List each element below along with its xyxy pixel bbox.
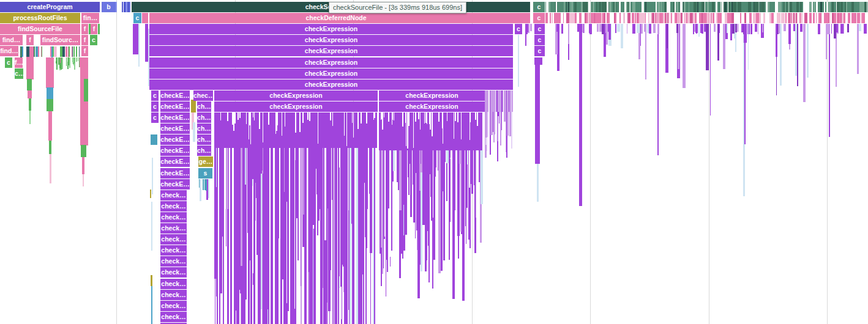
micro-frame[interactable]	[564, 2, 564, 12]
frame-ch[interactable]: ch…	[197, 134, 211, 145]
micro-frame[interactable]	[675, 13, 678, 23]
micro-frame[interactable]	[76, 57, 77, 62]
micro-frame[interactable]	[253, 112, 253, 117]
micro-frame[interactable]	[296, 148, 298, 197]
micro-frame[interactable]	[447, 112, 448, 121]
frame-fragment[interactable]	[98, 24, 100, 34]
micro-frame[interactable]	[749, 13, 752, 23]
micro-frame[interactable]	[408, 112, 410, 126]
micro-frame[interactable]	[744, 24, 747, 43]
micro-frame[interactable]	[716, 2, 717, 12]
micro-frame[interactable]	[710, 24, 711, 116]
micro-frame[interactable]	[232, 112, 233, 125]
micro-frame[interactable]	[723, 24, 726, 69]
micro-frame[interactable]	[73, 46, 74, 57]
frame-fragment[interactable]	[518, 35, 519, 87]
micro-frame[interactable]	[588, 2, 591, 12]
micro-frame[interactable]	[481, 150, 483, 204]
micro-frame[interactable]	[607, 13, 610, 23]
micro-frame[interactable]	[495, 90, 496, 112]
micro-frame[interactable]	[706, 24, 709, 70]
micro-frame[interactable]	[457, 112, 458, 122]
frame-check[interactable]: check…	[160, 312, 187, 322]
micro-frame[interactable]	[208, 179, 209, 198]
frame-c[interactable]: c	[534, 24, 545, 34]
frame-check[interactable]: check…	[160, 301, 187, 311]
micro-frame[interactable]	[813, 13, 815, 23]
micro-frame[interactable]	[54, 46, 55, 57]
micro-frame[interactable]	[122, 2, 123, 12]
micro-frame[interactable]	[832, 2, 834, 12]
micro-frame[interactable]	[424, 112, 425, 123]
micro-frame[interactable]	[273, 148, 275, 324]
micro-frame[interactable]	[758, 24, 758, 34]
micro-frame[interactable]	[793, 13, 795, 23]
micro-frame[interactable]	[766, 2, 768, 12]
micro-frame[interactable]	[469, 150, 471, 188]
micro-frame[interactable]	[583, 24, 585, 33]
micro-frame[interactable]	[453, 150, 454, 225]
micro-frame[interactable]	[809, 13, 812, 23]
frame-fragment[interactable]	[534, 57, 542, 65]
micro-frame[interactable]	[550, 13, 551, 23]
micro-frame[interactable]	[277, 148, 279, 257]
micro-frame[interactable]	[700, 24, 703, 33]
micro-frame[interactable]	[707, 2, 708, 12]
micro-frame[interactable]	[255, 148, 257, 183]
frame-c[interactable]: c	[151, 101, 159, 112]
micro-frame[interactable]	[268, 112, 269, 125]
micro-frame[interactable]	[581, 2, 582, 12]
micro-frame[interactable]	[253, 148, 255, 324]
micro-frame[interactable]	[73, 57, 74, 63]
micro-frame[interactable]	[596, 2, 597, 12]
micro-frame[interactable]	[219, 148, 221, 324]
frame-fragment[interactable]	[138, 24, 140, 67]
micro-frame[interactable]	[449, 150, 450, 260]
micro-frame[interactable]	[866, 2, 867, 12]
micro-frame[interactable]	[702, 13, 702, 23]
micro-frame[interactable]	[397, 150, 398, 182]
micro-frame[interactable]	[755, 24, 757, 32]
micro-frame[interactable]	[729, 2, 730, 12]
micro-frame[interactable]	[684, 13, 686, 23]
micro-frame[interactable]	[797, 24, 799, 86]
micro-frame[interactable]	[668, 13, 669, 23]
micro-frame[interactable]	[410, 150, 412, 169]
micro-frame[interactable]	[512, 90, 513, 112]
frame-ch[interactable]: ch…	[197, 145, 211, 156]
micro-frame[interactable]	[824, 2, 825, 12]
frame-checkexpression[interactable]: checkExpression	[149, 57, 513, 68]
micro-frame[interactable]	[361, 148, 362, 324]
micro-frame[interactable]	[772, 13, 774, 23]
micro-frame[interactable]	[812, 2, 813, 12]
micro-frame[interactable]	[333, 148, 335, 324]
micro-frame[interactable]	[830, 13, 831, 23]
micro-frame[interactable]	[585, 13, 586, 23]
micro-frame[interactable]	[391, 150, 392, 251]
micro-frame[interactable]	[433, 150, 433, 218]
micro-frame[interactable]	[859, 24, 861, 31]
micro-frame[interactable]	[74, 57, 75, 64]
frame-checkdeferrednode[interactable]: checkDeferredNode	[142, 13, 530, 23]
micro-frame[interactable]	[676, 24, 678, 33]
micro-frame[interactable]	[221, 148, 222, 210]
frame-fragment[interactable]	[535, 64, 540, 164]
frame-s[interactable]: s	[198, 168, 212, 179]
frame-check[interactable]: check…	[160, 267, 187, 278]
micro-frame[interactable]	[615, 24, 616, 33]
micro-frame[interactable]	[759, 13, 761, 23]
frame-f[interactable]: f…	[15, 57, 23, 68]
micro-frame[interactable]	[780, 24, 782, 85]
micro-frame[interactable]	[784, 24, 786, 31]
frame-fragment[interactable]	[152, 158, 153, 194]
micro-frame[interactable]	[563, 13, 564, 23]
micro-frame[interactable]	[244, 148, 245, 324]
micro-frame[interactable]	[68, 57, 69, 66]
micro-frame[interactable]	[220, 112, 222, 120]
micro-frame[interactable]	[571, 2, 572, 12]
micro-frame[interactable]	[394, 112, 394, 120]
micro-frame[interactable]	[373, 112, 374, 120]
micro-frame[interactable]	[857, 24, 858, 73]
micro-frame[interactable]	[829, 24, 830, 137]
micro-frame[interactable]	[525, 24, 527, 34]
